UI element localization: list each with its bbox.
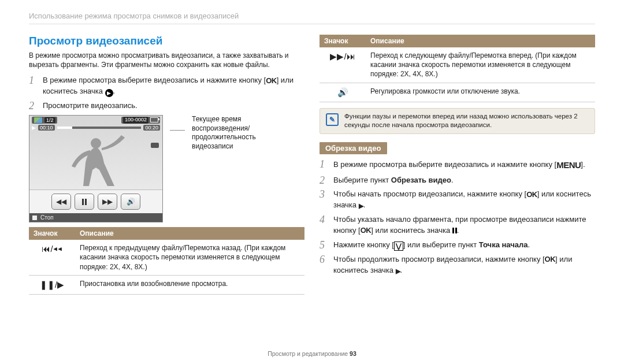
camera-icon (151, 143, 159, 148)
next-forward-desc: Переход к следующему файлу/Перемотка впе… (366, 47, 595, 83)
section-title: Просмотр видеозаписей (29, 35, 304, 47)
page-footer: Просмотр и редактирование 93 (0, 350, 624, 357)
play-icon: ▶ (396, 268, 400, 274)
pause-play-icon: ❚❚/▶ (29, 275, 75, 294)
rewind-button[interactable]: ◀◀ (51, 194, 71, 210)
note-icon: ✎ (326, 113, 339, 126)
trim-subheading: Обрезка видео (320, 142, 387, 154)
image-counter: 1/2 (44, 117, 55, 123)
dancer-silhouette (50, 134, 142, 190)
left-column: Просмотр видеозаписей В режиме просмотра… (29, 35, 304, 300)
battery-icon (150, 117, 158, 122)
step-body: Просмотрите видеозапись. (43, 101, 304, 112)
ok-icon: OK (361, 225, 372, 236)
step-number: 3 (320, 189, 329, 211)
table-header-desc: Описание (366, 35, 595, 47)
file-label: 100-0002 (123, 117, 148, 124)
footer-section: Просмотр и редактирование (268, 350, 350, 357)
table-header-icon: Значок (320, 35, 366, 47)
step-number: 6 (320, 254, 329, 276)
stop-icon (32, 216, 37, 220)
step-number: 5 (320, 240, 329, 251)
pause-icon (452, 228, 457, 233)
right-column: Значок Описание ▶▶/⏭ Переход к следующем… (320, 35, 595, 300)
step-body: Чтобы продолжить просмотр видеозаписи, н… (333, 254, 595, 276)
prev-rewind-icon: ⏮/◀◀ (29, 240, 75, 275)
menu-icon: MENU (556, 159, 581, 172)
play-icon: ▶ (359, 202, 363, 209)
info-note: ✎ Функции паузы и перемотки вперед или н… (320, 108, 595, 134)
play-indicator-icon: ▶ (32, 125, 36, 131)
step-body: Чтобы указать начало фрагмента, при прос… (333, 214, 595, 236)
callout-line (170, 130, 185, 131)
progress-bar (57, 127, 142, 129)
prev-rewind-desc: Переход к предыдущему файлу/Перемотка на… (75, 240, 304, 275)
table-header-icon: Значок (29, 227, 75, 240)
down-icon: ⋁ (394, 242, 403, 251)
page-number: 93 (350, 350, 356, 357)
play-icon: ▶ (105, 89, 113, 97)
icon-description-table-right: Значок Описание ▶▶/⏭ Переход к следующем… (320, 35, 595, 102)
video-player-screenshot: 1/2 100-0002 ▶ 00:10 00:20 (29, 115, 163, 222)
pause-button[interactable] (75, 194, 94, 210)
volume-button[interactable]: 🔊 (121, 194, 140, 210)
step-body: Нажмите кнопку [⋁] или выберите пункт То… (333, 240, 595, 251)
step-body: В режиме просмотра выберите видеозапись … (43, 75, 304, 97)
manual-page: Использование режима просмотра снимков и… (0, 0, 624, 364)
volume-desc: Регулировка громкости или отключение зву… (366, 83, 595, 102)
icon-description-table-left: Значок Описание ⏮/◀◀ Переход к предыдуще… (29, 227, 304, 295)
ok-icon: OK (266, 76, 277, 87)
player-callout-caption: Текущее время воспроизведения/продолжите… (192, 115, 296, 151)
step-body: Выберите пункт Обрезать видео. (333, 175, 595, 186)
next-forward-icon: ▶▶/⏭ (320, 47, 366, 83)
trim-steps: 1 В режиме просмотра выберите видеозапис… (320, 159, 595, 276)
step-number: 1 (29, 75, 38, 97)
note-text: Функции паузы и перемотки вперед или наз… (344, 112, 589, 130)
step-number: 2 (29, 101, 38, 112)
step-number: 1 (320, 159, 329, 172)
intro-paragraph: В режиме просмотра можно просматривать в… (29, 51, 304, 69)
volume-icon: 🔊 (320, 83, 366, 102)
current-time: 00:10 (38, 125, 55, 131)
image-icon (34, 117, 43, 124)
step-body: Чтобы начать просмотр видеозаписи, нажми… (333, 189, 595, 211)
stop-label: Стоп (40, 214, 54, 221)
playback-steps: 1 В режиме просмотра выберите видеозапис… (29, 75, 304, 112)
table-header-desc: Описание (75, 227, 304, 240)
player-stop-bar: Стоп (29, 213, 162, 222)
step-body: В режиме просмотра выберите видеозапись … (333, 159, 595, 172)
step-number: 2 (320, 175, 329, 186)
step-number: 4 (320, 214, 329, 236)
forward-button[interactable]: ▶▶ (98, 194, 117, 210)
ok-icon: OK (545, 254, 556, 265)
pause-play-desc: Приостановка или возобновление просмотра… (75, 275, 304, 294)
breadcrumb: Использование режима просмотра снимков и… (29, 12, 595, 24)
player-controls: ◀◀ ▶▶ 🔊 (29, 190, 162, 213)
total-time: 00:20 (143, 125, 160, 131)
ok-icon: OK (526, 190, 537, 200)
